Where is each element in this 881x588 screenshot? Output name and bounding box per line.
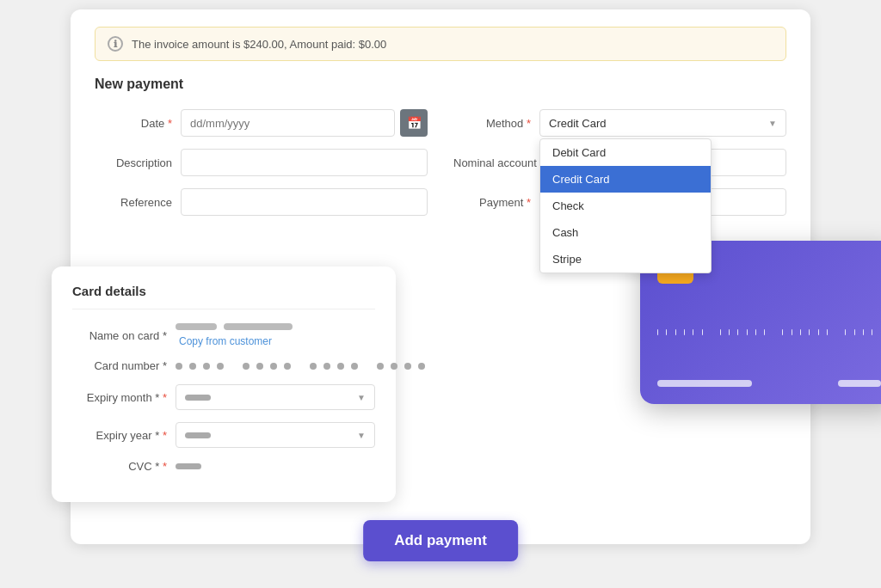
copy-from-customer-link[interactable]: Copy from customer bbox=[179, 335, 375, 347]
card-details-title: Card details bbox=[72, 284, 375, 309]
method-select-container: Credit Card ▼ Debit Card Credit Card Che… bbox=[539, 109, 786, 137]
expiry-month-label: Expiry month * * bbox=[72, 391, 167, 404]
card-number-group: Card number * bbox=[72, 359, 375, 372]
cvc-group: CVC * * bbox=[72, 460, 375, 473]
dropdown-item-cash[interactable]: Cash bbox=[540, 219, 711, 246]
expiry-month-select[interactable]: ▼ bbox=[176, 384, 375, 410]
add-payment-button[interactable]: Add payment bbox=[363, 520, 518, 561]
expiry-year-value bbox=[185, 432, 211, 438]
name-dot-short bbox=[176, 323, 217, 330]
card-number-label: Card number * bbox=[72, 359, 167, 372]
method-select-arrow: ▼ bbox=[768, 119, 777, 128]
reference-label: Reference bbox=[95, 196, 172, 209]
reference-group: Reference bbox=[95, 188, 428, 216]
section-title: New payment bbox=[95, 77, 786, 92]
cvc-value bbox=[176, 463, 201, 469]
method-dropdown: Debit Card Credit Card Check Cash Stripe bbox=[539, 138, 712, 273]
expiry-year-arrow: ▼ bbox=[357, 431, 366, 440]
method-select[interactable]: Credit Card ▼ bbox=[539, 109, 786, 137]
date-group: Date * 📅 bbox=[95, 109, 428, 137]
dropdown-item-credit[interactable]: Credit Card bbox=[540, 166, 711, 193]
card-name-bar bbox=[657, 380, 752, 387]
name-on-card-label: Name on card * bbox=[72, 329, 167, 342]
expiry-month-group: Expiry month * * ▼ bbox=[72, 384, 375, 410]
info-banner: ℹ The invoice amount is $240.00, Amount … bbox=[95, 27, 786, 61]
info-icon: ℹ bbox=[108, 36, 123, 52]
nominal-label: Nominal account * bbox=[453, 156, 545, 169]
card-details-panel: Card details Name on card * Copy from cu… bbox=[52, 266, 396, 502]
date-input[interactable] bbox=[181, 109, 395, 137]
name-on-card-group: Name on card * Copy from customer bbox=[72, 323, 375, 347]
dropdown-item-debit[interactable]: Debit Card bbox=[540, 139, 711, 166]
card-number-dots bbox=[176, 363, 425, 370]
date-label: Date * bbox=[95, 117, 172, 130]
description-label: Description bbox=[95, 156, 172, 169]
expiry-year-group: Expiry year * * ▼ bbox=[72, 422, 375, 448]
dropdown-item-check[interactable]: Check bbox=[540, 193, 711, 219]
expiry-month-arrow: ▼ bbox=[357, 393, 366, 402]
description-input[interactable] bbox=[181, 149, 428, 176]
expiry-year-label: Expiry year * * bbox=[72, 429, 167, 442]
reference-input[interactable] bbox=[181, 188, 428, 216]
date-input-wrapper: 📅 bbox=[181, 109, 428, 137]
method-label: Method * bbox=[453, 117, 531, 130]
dropdown-item-stripe[interactable]: Stripe bbox=[540, 246, 711, 273]
form-row-date-method: Date * 📅 Method * Credit Card ▼ Debit Ca… bbox=[95, 109, 786, 137]
expiry-year-select[interactable]: ▼ bbox=[176, 422, 375, 448]
expiry-month-value bbox=[185, 395, 211, 401]
info-banner-text: The invoice amount is $240.00, Amount pa… bbox=[132, 38, 386, 51]
calendar-button[interactable]: 📅 bbox=[400, 109, 428, 137]
description-group: Description bbox=[95, 149, 428, 176]
name-dot-long bbox=[224, 323, 293, 330]
payment-label: Payment * bbox=[453, 196, 531, 209]
cvc-label: CVC * * bbox=[72, 460, 167, 473]
card-bottom bbox=[657, 380, 881, 387]
card-number-visual bbox=[657, 329, 881, 335]
method-group: Method * Credit Card ▼ Debit Card Credit… bbox=[453, 109, 786, 137]
method-selected-value: Credit Card bbox=[549, 117, 606, 130]
card-expiry-bar bbox=[838, 380, 881, 387]
